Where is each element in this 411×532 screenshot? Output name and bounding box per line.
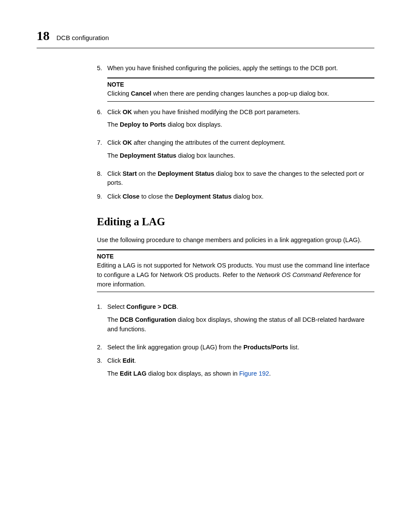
step-sub: The DCB Configuration dialog box display…	[107, 315, 374, 334]
step-number: 8.	[97, 169, 107, 188]
step-text: Click Start on the Deployment Status dia…	[107, 169, 374, 188]
step-number: 3.	[97, 356, 107, 383]
step-text: Select the link aggregation group (LAG) …	[107, 343, 374, 352]
step-text: Click OK after changing the attributes o…	[107, 138, 374, 165]
note-label: NOTE	[97, 252, 374, 261]
section-step-1: 1. Select Configure > DCB. The DCB Confi…	[97, 302, 374, 338]
step-number: 1.	[97, 302, 107, 338]
step-7: 7. Click OK after changing the attribute…	[97, 138, 374, 165]
step-text: Click Edit. The Edit LAG dialog box disp…	[107, 356, 374, 383]
step-number: 9.	[97, 192, 107, 202]
note-text: Clicking Cancel when there are pending c…	[107, 89, 374, 99]
note-text: Editing a LAG is not supported for Netwo…	[97, 261, 374, 289]
step-6: 6. Click OK when you have finished modif…	[97, 108, 374, 134]
step-5: 5. When you have finished configuring th…	[97, 64, 374, 73]
chapter-number: 18	[37, 26, 50, 45]
page-content: 5. When you have finished configuring th…	[97, 64, 374, 383]
step-text: When you have finished configuring the p…	[107, 64, 374, 73]
step-number: 7.	[97, 138, 107, 165]
page-header: 18 DCB configuration	[37, 26, 374, 48]
step-9: 9. Click Close to close the Deployment S…	[97, 192, 374, 202]
step-8: 8. Click Start on the Deployment Status …	[97, 169, 374, 188]
step-text: Select Configure > DCB. The DCB Configur…	[107, 302, 374, 338]
note-box: NOTE Editing a LAG is not supported for …	[97, 249, 374, 292]
step-number: 6.	[97, 108, 107, 134]
step-sub: The Edit LAG dialog box displays, as sho…	[107, 369, 374, 379]
chapter-title: DCB configuration	[56, 33, 109, 43]
figure-link[interactable]: Figure 192	[239, 370, 269, 377]
section-step-3: 3. Click Edit. The Edit LAG dialog box d…	[97, 356, 374, 383]
step-sub: The Deployment Status dialog box launche…	[107, 151, 374, 161]
section-step-2: 2. Select the link aggregation group (LA…	[97, 343, 374, 352]
note-label: NOTE	[107, 80, 374, 89]
step-number: 2.	[97, 343, 107, 352]
step-text: Click OK when you have finished modifyin…	[107, 108, 374, 134]
note-box: NOTE Clicking Cancel when there are pend…	[107, 78, 374, 102]
section-intro: Use the following procedure to change me…	[97, 236, 374, 245]
step-text: Click Close to close the Deployment Stat…	[107, 192, 374, 202]
section-heading: Editing a LAG	[97, 214, 374, 230]
step-number: 5.	[97, 64, 107, 73]
step-sub: The Deploy to Ports dialog box displays.	[107, 120, 374, 130]
